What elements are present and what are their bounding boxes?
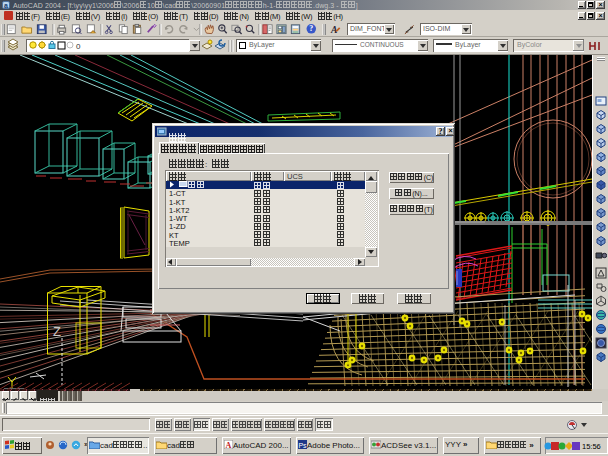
svg-text:0: 0 (76, 42, 81, 51)
svg-text:Ps: Ps (298, 442, 307, 449)
svg-text:Z: Z (53, 324, 61, 339)
svg-text:A: A (226, 441, 232, 449)
svg-text:?: ? (309, 24, 313, 33)
